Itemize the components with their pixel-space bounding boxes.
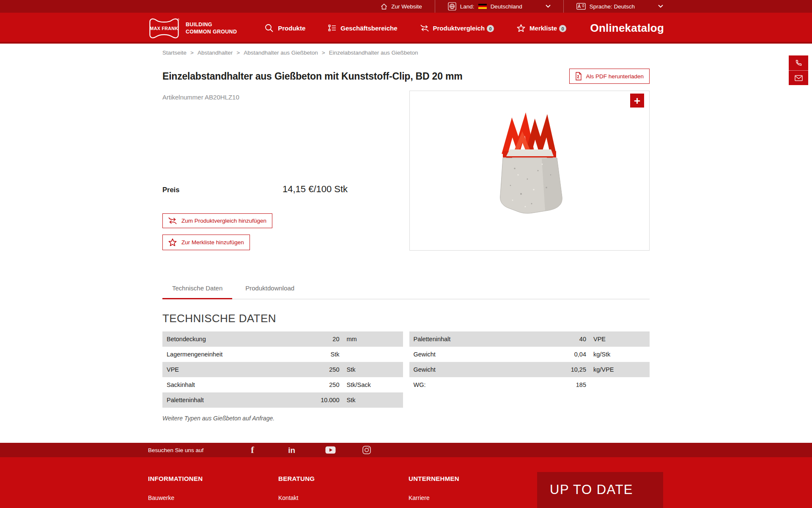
compare-arrows-icon xyxy=(168,217,177,224)
org-tree-icon xyxy=(328,25,336,32)
image-zoom-button[interactable]: + xyxy=(630,94,644,108)
nav-geschaeftsbereiche[interactable]: Geschäftsbereiche xyxy=(328,25,397,32)
logo-brand-text: MAX FRANK xyxy=(150,26,178,31)
main-nav: Produkte Geschäftsbereiche xyxy=(265,24,566,33)
footer-link-kontakt[interactable]: Kontakt xyxy=(278,494,409,501)
table-row: Betondeckung 20 mm xyxy=(162,331,403,347)
german-flag-icon xyxy=(478,4,487,9)
breadcrumb-separator: > xyxy=(236,50,240,56)
footer-heading: UNTERNEHMEN xyxy=(409,475,539,482)
compare-arrows-icon xyxy=(420,25,429,32)
table-row: Lagermengeneinheit Stk xyxy=(162,347,403,362)
max-frank-logo-icon: MAX FRANK ® xyxy=(148,17,180,40)
product-image xyxy=(464,107,595,234)
app-title: Onlinekatalog xyxy=(590,22,664,35)
tech-table-left: Betondeckung 20 mm Lagermengeneinheit St… xyxy=(162,331,403,408)
footer-col-beratung: BERATUNG Kontakt Downloads xyxy=(278,475,409,508)
top-utility-bar: Zur Website Land: Deutschland xyxy=(0,0,812,13)
language-selector[interactable]: Sprache: Deutsch xyxy=(563,0,664,13)
page: Zur Website Land: Deutschland xyxy=(0,0,812,508)
breadcrumb-separator: > xyxy=(190,50,194,56)
product-info: Artikelnummer AB20HLZ10 Preis 14,15 €/10… xyxy=(162,91,403,251)
add-to-compare-button[interactable]: Zum Produktvergleich hinzufügen xyxy=(162,213,272,228)
footer: Besuchen Sie uns auf f in xyxy=(0,443,812,508)
table-row: Gewicht 10,25 kg/VPE xyxy=(409,362,650,377)
chevron-down-icon xyxy=(546,5,551,8)
table-row: Gewicht 0,04 kg/Stk xyxy=(409,347,650,362)
facebook-icon[interactable]: f xyxy=(251,445,288,455)
logo-tagline: BUILDING COMMON GROUND xyxy=(186,21,237,35)
table-row: VPE 250 Stk xyxy=(162,362,403,377)
search-icon xyxy=(265,24,274,33)
footer-col-informationen: INFORMATIONEN Bauwerke Produkte xyxy=(148,475,278,508)
linkedin-icon[interactable]: in xyxy=(288,446,325,454)
chevron-down-icon xyxy=(658,5,663,8)
table-row: Sackinhalt 250 Stk/Sack xyxy=(162,377,403,392)
tab-technische-daten[interactable]: Technische Daten xyxy=(162,284,232,299)
star-icon xyxy=(517,24,525,32)
pdf-file-icon xyxy=(575,72,582,80)
home-icon xyxy=(381,3,387,10)
breadcrumb-current: Einzelabstandhalter aus Gießbeton xyxy=(329,50,418,56)
main-content: Startseite > Abstandhalter > Abstandhalt… xyxy=(162,44,650,422)
translate-icon xyxy=(576,3,586,10)
instagram-icon[interactable] xyxy=(362,446,400,454)
detail-tabs: Technische Daten Produktdownload xyxy=(162,284,650,299)
social-bar: Besuchen Sie uns auf f in xyxy=(0,443,812,457)
country-selector[interactable]: Land: Deutschland xyxy=(435,0,563,13)
nav-produkte[interactable]: Produkte xyxy=(265,24,305,33)
nav-produktvergleich[interactable]: Produktvergleich 0 xyxy=(420,24,494,32)
country-value: Deutschland xyxy=(491,3,522,10)
link-zur-website[interactable]: Zur Website xyxy=(368,0,435,13)
add-to-watchlist-button[interactable]: Zur Merkliste hinzufügen xyxy=(162,235,250,250)
globe-icon xyxy=(448,2,456,11)
additional-types-note: Weitere Typen aus Gießbeton auf Anfrage. xyxy=(162,415,650,422)
breadcrumb-abstandhalter[interactable]: Abstandhalter xyxy=(198,50,233,56)
floating-contact-actions xyxy=(789,55,808,85)
email-button[interactable] xyxy=(789,70,808,85)
watchlist-count-badge: 0 xyxy=(559,25,566,32)
phone-icon xyxy=(795,59,802,67)
breadcrumb-abstandhalter-giessbeton[interactable]: Abstandhalter aus Gießbeton xyxy=(244,50,318,56)
table-row: Paletteninhalt 10.000 Stk xyxy=(162,392,403,408)
up-to-date-box: UP TO DATE Produktnews und technisches K… xyxy=(537,472,663,508)
breadcrumb-startseite[interactable]: Startseite xyxy=(162,50,187,56)
star-icon xyxy=(168,238,177,246)
price-label: Preis xyxy=(162,186,283,194)
footer-col-unternehmen: UNTERNEHMEN Karriere Standorte xyxy=(409,475,539,508)
download-pdf-button[interactable]: Als PDF herunterladen xyxy=(569,69,650,84)
footer-link-bauwerke[interactable]: Bauwerke xyxy=(148,494,278,501)
article-number: Artikelnummer AB20HLZ10 xyxy=(162,94,403,101)
country-label: Land: xyxy=(460,3,475,10)
footer-main: INFORMATIONEN Bauwerke Produkte BERATUNG… xyxy=(0,457,812,508)
product-image-box: + xyxy=(409,91,650,251)
nav-merkliste[interactable]: Merkliste 0 xyxy=(517,24,566,32)
breadcrumb: Startseite > Abstandhalter > Abstandhalt… xyxy=(162,44,650,56)
max-frank-logo[interactable]: MAX FRANK ® BUILDING COMMON GROUND xyxy=(148,17,237,40)
tech-table-right: Paletteninhalt 40 VPE Gewicht 0,04 kg/St… xyxy=(409,331,650,408)
breadcrumb-separator: > xyxy=(322,50,325,56)
page-title: Einzelabstandhalter aus Gießbeton mit Ku… xyxy=(162,71,462,82)
zur-website-label: Zur Website xyxy=(391,3,422,10)
phone-button[interactable] xyxy=(789,55,808,70)
visit-us-label: Besuchen Sie uns auf xyxy=(148,447,203,453)
compare-count-badge: 0 xyxy=(487,25,494,32)
youtube-icon[interactable] xyxy=(325,446,362,454)
table-row: Paletteninhalt 40 VPE xyxy=(409,331,650,347)
footer-heading: BERATUNG xyxy=(278,475,409,482)
mail-icon xyxy=(795,75,803,81)
logo-registered-mark: ® xyxy=(177,18,179,21)
main-header: MAX FRANK ® BUILDING COMMON GROUND Produ… xyxy=(0,13,812,44)
language-label: Sprache: Deutsch xyxy=(590,3,635,10)
price-value: 14,15 €/100 Stk xyxy=(283,184,348,195)
footer-heading: INFORMATIONEN xyxy=(148,475,278,482)
footer-link-karriere[interactable]: Karriere xyxy=(409,494,539,501)
technical-data-heading: TECHNISCHE DATEN xyxy=(162,312,650,325)
tab-produktdownload[interactable]: Produktdownload xyxy=(236,284,304,299)
up-to-date-title: UP TO DATE xyxy=(550,482,650,497)
table-row: WG: 185 xyxy=(409,377,650,392)
